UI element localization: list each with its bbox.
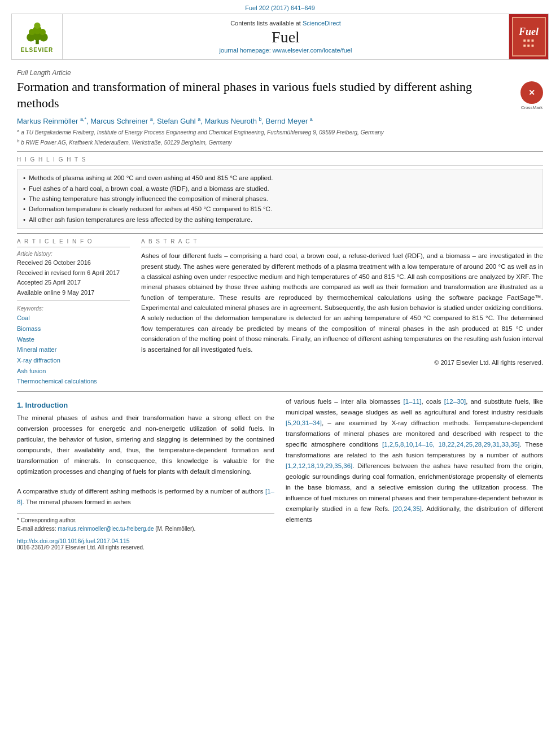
abstract-divider (141, 247, 543, 247)
footnote-email: E-mail address: markus.reinmoeller@iec.t… (17, 525, 274, 533)
journal-name: Fuel (272, 29, 300, 46)
highlight-item-2: • Fuel ashes of a hard coal, a brown coa… (23, 184, 537, 194)
elsevier-tree-icon (20, 20, 54, 46)
fuel-badge: Fuel ■ ■ ■■ ■ ■ (509, 14, 548, 59)
info-divider (17, 247, 130, 247)
footnote-area: * Corresponding author. E-mail address: … (17, 513, 274, 533)
elsevier-logo: ELSEVIER (12, 14, 63, 59)
bottom-issn: 0016-2361/© 2017 Elsevier Ltd. All right… (17, 544, 274, 551)
highlights-label: H I G H L I G H T S (17, 156, 543, 163)
svg-point-5 (29, 29, 35, 35)
intro-para-col2: of various fuels – inter alia biomasses … (286, 396, 543, 525)
page-container: Fuel 202 (2017) 641–649 ELSEVIER Content… (0, 0, 560, 747)
svg-point-6 (39, 29, 45, 35)
article-title: Formation and transformation of mineral … (17, 79, 515, 111)
highlight-item-1: • Methods of plasma ashing at 200 °C and… (23, 173, 537, 183)
author-markus: Markus Reinmöller a,*, Marcus Schreiner … (17, 117, 313, 125)
highlight-item-4: • Deformation temperature is clearly red… (23, 204, 537, 214)
article-title-row: Formation and transformation of mineral … (17, 79, 543, 111)
keyword-4[interactable]: Mineral matter (17, 344, 130, 355)
keyword-1[interactable]: Coal (17, 313, 130, 324)
keyword-7[interactable]: Thermochemical calculations (17, 376, 130, 387)
article-info-col: A R T I C L E I N F O Article history: R… (17, 238, 130, 387)
elsevier-label: ELSEVIER (21, 47, 53, 53)
date-accepted: Accepted 25 April 2017 (17, 278, 130, 287)
keyword-3[interactable]: Waste (17, 334, 130, 345)
article-type: Full Length Article (17, 69, 543, 77)
bottom-doi[interactable]: http://dx.doi.org/10.1016/j.fuel.2017.04… (17, 538, 274, 544)
abstract-text: Ashes of four different fuels – comprisi… (141, 251, 543, 355)
bullet-2: • (23, 184, 25, 194)
abstract-label: A B S T R A C T (141, 238, 543, 244)
sciencedirect-text: Contents lists available at ScienceDirec… (230, 20, 341, 27)
highlights-divider (17, 165, 543, 165)
bullet-4: • (23, 204, 25, 214)
date-revised: Received in revised form 6 April 2017 (17, 268, 130, 278)
info-abstract-section: A R T I C L E I N F O Article history: R… (17, 238, 543, 387)
journal-homepage: journal homepage: www.elsevier.com/locat… (220, 47, 352, 54)
intro-col-left: 1. Introduction The mineral phases of as… (17, 396, 274, 551)
divider-3 (17, 391, 543, 392)
affiliation-b: b b RWE Power AG, Kraftwerk Niederaußem,… (17, 138, 543, 147)
keyword-6[interactable]: Ash fusion (17, 366, 130, 377)
journal-header: ELSEVIER Contents lists available at Sci… (11, 14, 549, 60)
highlights-box: • Methods of plasma ashing at 200 °C and… (17, 169, 543, 229)
introduction-section: 1. Introduction The mineral phases of as… (17, 396, 543, 551)
affiliation-a: a a TU Bergakademie Freiberg, Institute … (17, 128, 543, 137)
date-online: Available online 9 May 2017 (17, 288, 130, 298)
crossmark-label: CrossMark (520, 105, 543, 110)
fuel-badge-inner: Fuel ■ ■ ■■ ■ ■ (512, 17, 546, 56)
keyword-5[interactable]: X-ray diffraction (17, 355, 130, 366)
bullet-5: • (23, 215, 25, 225)
footnote-corresponding: * Corresponding author. (17, 516, 274, 525)
fuel-badge-text: Fuel (519, 26, 539, 38)
divider-2 (17, 233, 543, 234)
copyright: © 2017 Elsevier Ltd. All rights reserved… (141, 359, 543, 366)
divider-1 (17, 151, 543, 152)
crossmark-icon: ✕ (520, 81, 543, 104)
abstract-col: A B S T R A C T Ashes of four different … (141, 238, 543, 387)
highlight-item-3: • The ashing temperature has strongly in… (23, 194, 537, 204)
article-body: Full Length Article Formation and transf… (0, 60, 560, 555)
footnote-email-link[interactable]: markus.reinmoeller@iec.tu-freiberg.de (58, 526, 154, 532)
highlight-item-5: • All other ash fusion temperatures are … (23, 215, 537, 225)
doi-header: Fuel 202 (2017) 641–649 (11, 5, 549, 11)
intro-para-1: The mineral phases of ashes and their tr… (17, 413, 274, 477)
fuel-badge-sub: ■ ■ ■■ ■ ■ (523, 38, 534, 48)
date-received: Received 26 October 2016 (17, 258, 130, 268)
bullet-3: • (23, 194, 25, 204)
kw-divider (17, 300, 130, 301)
crossmark: ✕ CrossMark (520, 81, 543, 110)
intro-para-2: A comparative study of different ashing … (17, 486, 274, 508)
bottom-links: http://dx.doi.org/10.1016/j.fuel.2017.04… (17, 538, 274, 551)
svg-point-7 (34, 23, 40, 29)
article-info-label: A R T I C L E I N F O (17, 238, 130, 244)
authors-line: Markus Reinmöller a,*, Marcus Schreiner … (17, 116, 543, 125)
keywords-label: Keywords: (17, 305, 130, 312)
sciencedirect-link[interactable]: ScienceDirect (303, 20, 341, 27)
intro-heading: 1. Introduction (17, 401, 274, 409)
header: Fuel 202 (2017) 641–649 (0, 0, 560, 11)
journal-center: Contents lists available at ScienceDirec… (63, 14, 509, 59)
history-label: Article history: (17, 251, 130, 257)
intro-col-right: of various fuels – inter alia biomasses … (286, 396, 543, 551)
keyword-2[interactable]: Biomass (17, 324, 130, 334)
bullet-1: • (23, 173, 25, 183)
